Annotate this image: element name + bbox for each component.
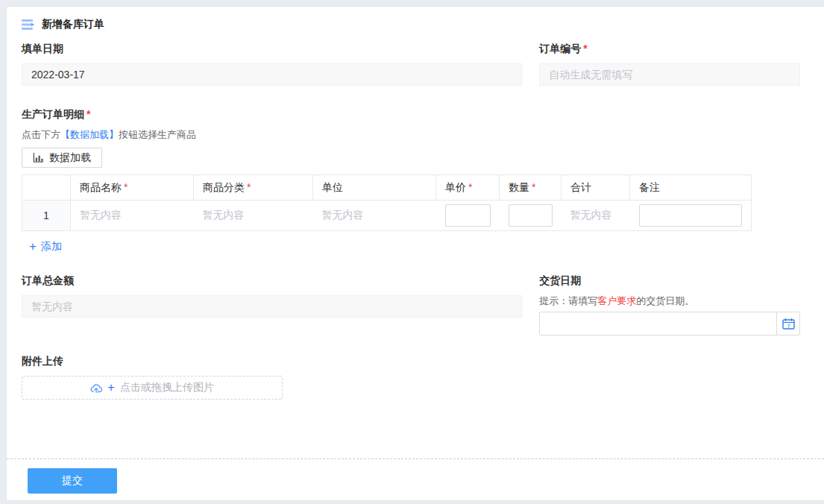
data-load-button-label: 数据加载 <box>49 151 91 165</box>
delivery-date-label: 交货日期 <box>539 274 800 288</box>
detail-table: 商品名称* 商品分类* 单位 单价* 数量* 合计 备注 1 暂无内容 暂无内容… <box>22 174 752 231</box>
calendar-button[interactable]: 7 <box>776 312 799 335</box>
col-total: 合计 <box>562 175 630 201</box>
page-title: 新增备库订单 <box>42 18 104 31</box>
total-amount-placeholder: 暂无内容 <box>31 300 73 312</box>
footer: 提交 <box>7 459 824 494</box>
row-index: 1 <box>22 201 71 231</box>
required-mark: * <box>532 181 535 193</box>
unit-price-input[interactable] <box>445 204 491 227</box>
col-index <box>22 175 71 201</box>
bar-chart-icon <box>33 152 44 163</box>
svg-text:7: 7 <box>787 323 790 330</box>
detail-hint-link: 【数据加载】 <box>60 129 119 140</box>
data-load-button[interactable]: 数据加载 <box>22 148 102 168</box>
col-unit: 单位 <box>313 175 436 201</box>
add-row-label: 添加 <box>41 240 62 253</box>
plus-icon: + <box>29 242 37 252</box>
quantity-input[interactable] <box>509 204 553 227</box>
fill-date-field: 2022-03-17 <box>22 63 522 86</box>
col-quantity: 数量* <box>500 175 562 201</box>
row-date-orderno: 填单日期 2022-03-17 订单编号* 自动生成无需填写 <box>22 42 800 86</box>
required-mark: * <box>583 42 587 54</box>
page-header: 新增备库订单 <box>22 17 800 32</box>
detail-table-row: 1 暂无内容 暂无内容 暂无内容 暂无内容 <box>22 201 752 231</box>
unit-cell: 暂无内容 <box>313 201 436 231</box>
required-mark: * <box>124 181 128 193</box>
delivery-tip-emphasis: 客户要求 <box>597 295 636 306</box>
upload-text: 点击或拖拽上传图片 <box>120 381 214 394</box>
product-category-cell[interactable]: 暂无内容 <box>194 201 313 231</box>
calendar-icon: 7 <box>782 318 795 330</box>
row-amount-delivery: 订单总金额 暂无内容 交货日期 提示：请填写客户要求的交货日期。 7 <box>22 274 800 336</box>
col-unit-price: 单价* <box>436 175 500 201</box>
required-mark: * <box>87 108 90 120</box>
total-cell: 暂无内容 <box>562 201 630 231</box>
new-stock-order-form: 新增备库订单 填单日期 2022-03-17 订单编号* 自动生成无需填写 生产… <box>6 6 824 501</box>
col-remark: 备注 <box>630 175 752 201</box>
total-amount-label: 订单总金额 <box>22 274 522 288</box>
add-row-link[interactable]: + 添加 <box>29 240 62 253</box>
order-no-field: 自动生成无需填写 <box>539 63 800 86</box>
col-product-name: 商品名称* <box>71 175 194 201</box>
cloud-upload-icon <box>90 383 102 393</box>
upload-dropzone[interactable]: + 点击或拖拽上传图片 <box>22 376 283 400</box>
submit-button[interactable]: 提交 <box>28 468 117 494</box>
fill-date-label: 填单日期 <box>22 42 522 56</box>
required-mark: * <box>247 181 251 193</box>
plus-icon: + <box>107 380 115 395</box>
delivery-date-field: 7 <box>539 312 800 336</box>
order-no-label: 订单编号* <box>539 42 800 56</box>
order-no-placeholder: 自动生成无需填写 <box>549 69 632 81</box>
total-amount-field: 暂无内容 <box>22 295 522 318</box>
detail-table-header-row: 商品名称* 商品分类* 单位 单价* 数量* 合计 备注 <box>22 175 752 201</box>
remark-input[interactable] <box>639 204 743 227</box>
upload-label: 附件上传 <box>22 355 800 368</box>
required-mark: * <box>468 181 472 193</box>
delivery-tip: 提示：请填写客户要求的交货日期。 <box>539 294 800 308</box>
delivery-date-input[interactable] <box>540 312 776 335</box>
detail-hint: 点击下方【数据加载】按钮选择生产商品 <box>22 128 800 142</box>
product-name-cell[interactable]: 暂无内容 <box>71 201 194 231</box>
col-product-category: 商品分类* <box>194 175 313 201</box>
detail-section-label: 生产订单明细* <box>22 108 800 122</box>
form-list-icon <box>22 19 35 31</box>
